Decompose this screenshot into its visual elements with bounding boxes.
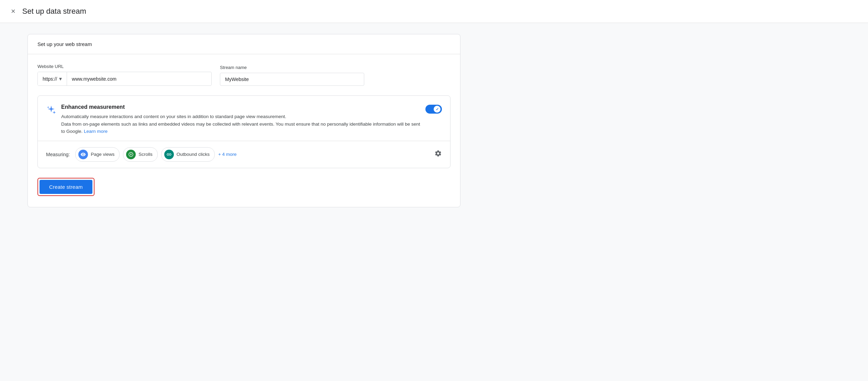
measuring-row: Measuring: Page views [46, 141, 442, 168]
toggle-check-icon: ✓ [436, 107, 439, 112]
more-link[interactable]: + 4 more [218, 152, 237, 157]
stream-name-label: Stream name [220, 65, 450, 70]
close-button[interactable]: × [10, 6, 17, 16]
create-stream-area: Create stream [28, 178, 460, 207]
enhanced-measurement-toggle[interactable]: ✓ [425, 105, 442, 114]
em-header: Enhanced measurement Automatically measu… [46, 104, 442, 135]
stream-name-input[interactable] [220, 73, 364, 86]
url-input-group: https:// ▾ [37, 72, 212, 86]
stream-name-field-group: Stream name [220, 65, 450, 86]
chip-page-views[interactable]: Page views [75, 147, 120, 162]
settings-gear-icon[interactable] [434, 150, 442, 159]
page-title: Set up data stream [22, 7, 86, 16]
page-views-icon [78, 150, 88, 159]
enhanced-measurement-box: Enhanced measurement Automatically measu… [37, 95, 450, 168]
em-title: Enhanced measurement [61, 104, 421, 110]
em-description: Automatically measure interactions and c… [61, 113, 421, 135]
page-content: Set up your web stream Website URL https… [0, 23, 868, 218]
scrolls-icon [126, 150, 136, 159]
fields-row: Website URL https:// ▾ Stream name [37, 64, 450, 86]
website-url-field-group: Website URL https:// ▾ [37, 64, 212, 86]
sparkle-icon [46, 105, 56, 117]
measuring-label: Measuring: [46, 152, 70, 157]
chevron-down-icon: ▾ [59, 76, 62, 82]
measuring-chips: Page views Scrolls [75, 147, 429, 162]
card-body: Website URL https:// ▾ Stream name [28, 54, 460, 168]
chip-outbound-clicks[interactable]: Outbound clicks [161, 147, 215, 162]
create-stream-button[interactable]: Create stream [40, 180, 92, 194]
page-views-label: Page views [91, 152, 114, 157]
page-header: × Set up data stream [0, 0, 868, 23]
create-stream-wrapper: Create stream [37, 178, 94, 196]
outbound-clicks-icon [164, 150, 174, 159]
chip-scrolls[interactable]: Scrolls [123, 147, 158, 162]
protocol-value: https:// [43, 76, 57, 82]
main-card: Set up your web stream Website URL https… [27, 34, 460, 207]
learn-more-link[interactable]: Learn more [84, 129, 108, 134]
protocol-select[interactable]: https:// ▾ [38, 72, 67, 85]
scrolls-label: Scrolls [138, 152, 153, 157]
website-url-label: Website URL [37, 64, 212, 69]
em-title-block: Enhanced measurement Automatically measu… [61, 104, 421, 135]
outbound-clicks-label: Outbound clicks [177, 152, 210, 157]
card-header: Set up your web stream [28, 34, 460, 54]
website-url-input[interactable] [67, 73, 211, 85]
